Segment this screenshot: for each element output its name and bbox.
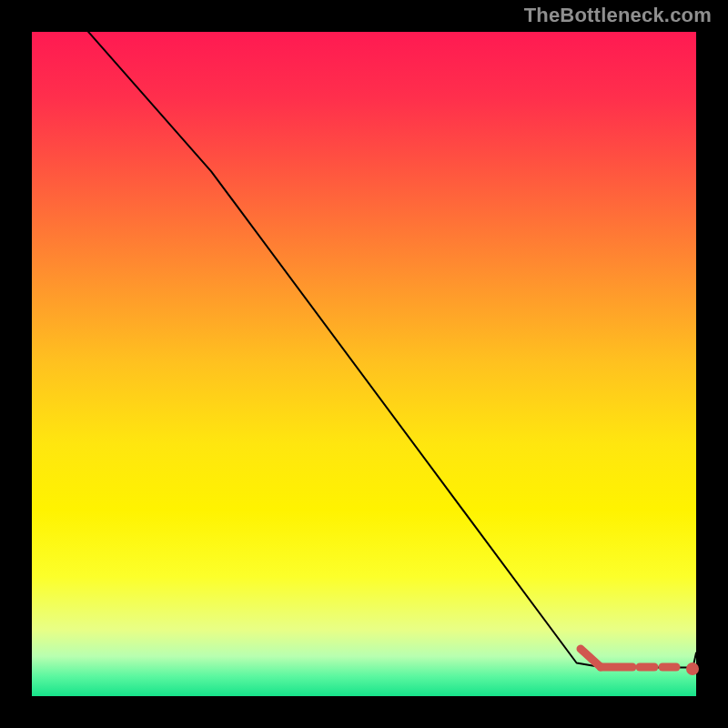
gradient-background bbox=[32, 32, 696, 696]
chart-frame: TheBottleneck.com bbox=[0, 0, 728, 728]
highlight-dot bbox=[686, 662, 699, 675]
chart-svg bbox=[32, 32, 696, 696]
plot-area bbox=[32, 32, 696, 696]
watermark-text: TheBottleneck.com bbox=[524, 4, 712, 27]
